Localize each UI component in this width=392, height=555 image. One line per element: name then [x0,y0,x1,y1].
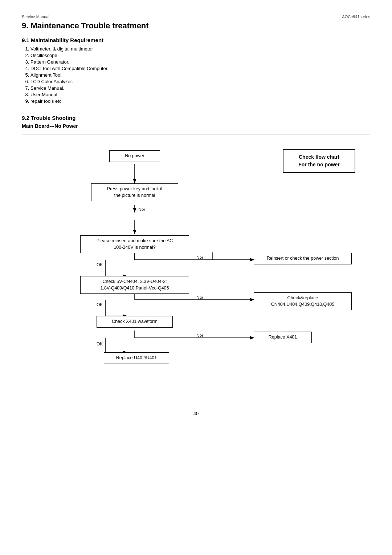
no-power-box: No power [109,150,160,162]
list-item: Service Manual. [30,85,370,91]
check-voltages-text: Check 5V-CN404, 3.3V-U404-2;1.8V-Q409/Q4… [100,279,169,291]
list-item: LCD Color Analyzer. [30,79,370,84]
section92-title: 9.2 Trouble Shooting [22,115,370,121]
list-item: repair tools etc [30,98,370,104]
ok-label-2: OK [97,302,103,307]
ok-label-1: OK [97,262,103,267]
list-item: Pattern Generator. [30,59,370,65]
requirements-list: Voltmeter. & digital multimeter Oscillos… [30,46,370,104]
ng-label-1: NG [138,207,145,212]
section92-subtitle: Main Board---No Power [22,123,370,129]
header-left: Service Manual [22,15,49,19]
ng-label-3: NG [196,295,203,300]
list-item: Alignment Tool. [30,72,370,78]
replace-x401-box: Replace X401 [254,332,312,343]
ac-check-text: Please reinsert and make sure the AC100-… [97,238,173,250]
list-item: Oscilloscope. [30,53,370,58]
list-item: Voltmeter. & digital multimeter [30,46,370,52]
press-power-box: Press power key and look ifthe picture i… [91,183,178,201]
arrows-svg [29,145,363,385]
ok-label-3: OK [97,341,103,347]
list-item: User Manual. [30,92,370,97]
section91-title: 9.1 Maintainability Requirement [22,37,370,43]
check-replace-box: Check&replaceCN404,U404,Q409,Q410,Q405 [254,292,352,310]
check-x401-box: Check X401 waveform [97,316,173,328]
header-right: AOCe941series [342,15,370,19]
chapter-title: 9. Maintenance Trouble treatment [22,21,370,31]
page-number: 40 [22,411,370,416]
flowchart: No power Check flow chart For the no pow… [22,134,370,396]
flowchart-inner: No power Check flow chart For the no pow… [29,145,363,385]
press-power-text: Press power key and look ifthe picture i… [107,186,163,198]
page-header: Service Manual AOCe941series [22,15,370,19]
reinsert-power-box: Reinsert or check the power section [254,253,352,264]
replace-u402-box: Replace U402/U401 [104,352,169,364]
ac-check-box: Please reinsert and make sure the AC100-… [80,235,189,253]
ng-label-2: NG [196,255,203,260]
check-replace-text: Check&replaceCN404,U404,Q409,Q410,Q405 [271,295,334,307]
ng-label-4: NG [196,333,203,338]
check-flow-box: Check flow chart For the no power [283,149,355,173]
list-item: DDC Tool with Compatible Computer. [30,66,370,71]
check-voltages-box: Check 5V-CN404, 3.3V-U404-2;1.8V-Q409/Q4… [80,276,189,294]
